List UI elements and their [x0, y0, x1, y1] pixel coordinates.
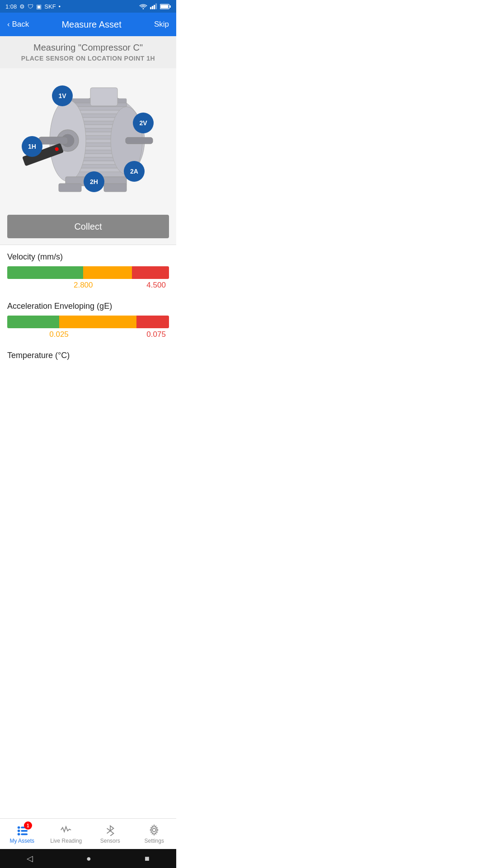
page-title: Measure Asset [61, 19, 121, 30]
settings-icon: ⚙ [19, 3, 25, 10]
shield-icon: 🛡 [28, 3, 33, 10]
badge-2v: 2V [133, 113, 154, 133]
wifi-icon [139, 3, 147, 9]
velocity-red [132, 266, 169, 279]
accel-red [136, 316, 169, 328]
svg-rect-1 [150, 7, 151, 9]
collect-button-area: Collect [0, 208, 176, 245]
motor-container: 1V 2V 1H 2H 2A [14, 73, 163, 208]
temp-label: Temperature (°C) [7, 351, 169, 360]
dot-indicator: • [59, 3, 61, 10]
badge-1v: 1V [52, 85, 73, 106]
header: ‹ Back Measure Asset Skip [0, 13, 176, 36]
sim-icon: ▣ [36, 3, 42, 10]
status-left: 1:08 ⚙ 🛡 ▣ SKF • [5, 3, 61, 10]
carrier: SKF [44, 3, 56, 10]
svg-rect-33 [38, 137, 68, 144]
velocity-threshold-red: 4.500 [146, 281, 166, 290]
sensor-instruction: PLACE SENSOR ON LOCATION POINT 1H [7, 55, 169, 62]
accel-threshold-orange: 0.025 [49, 330, 69, 339]
accel-label: Acceleration Enveloping (gE) [7, 302, 169, 311]
battery-icon [160, 4, 171, 9]
svg-rect-35 [126, 137, 153, 144]
svg-rect-36 [90, 88, 117, 106]
status-right [139, 3, 171, 9]
motor-diagram: 1V 2V 1H 2H 2A [0, 68, 176, 208]
svg-rect-4 [155, 4, 157, 9]
velocity-threshold-orange: 2.800 [74, 281, 93, 290]
svg-rect-2 [152, 6, 153, 9]
back-button[interactable]: ‹ Back [7, 20, 29, 29]
svg-rect-38 [59, 184, 81, 192]
badge-2a: 2A [124, 161, 145, 182]
accel-green [7, 316, 59, 328]
asset-name: Measuring "Compressor C" [7, 42, 169, 53]
velocity-metric: Velocity (mm/s) 2.800 4.500 [7, 252, 169, 292]
velocity-gauge [7, 266, 169, 279]
collect-button[interactable]: Collect [7, 215, 169, 238]
svg-rect-3 [154, 5, 155, 9]
temp-metric: Temperature (°C) [7, 351, 169, 360]
svg-rect-7 [160, 5, 168, 8]
badge-1h[interactable]: 1H [22, 136, 42, 157]
velocity-green [7, 266, 83, 279]
accel-metric: Acceleration Enveloping (gE) 0.025 0.075 [7, 302, 169, 342]
accel-threshold-red: 0.075 [146, 330, 166, 339]
velocity-label: Velocity (mm/s) [7, 252, 169, 262]
status-bar: 1:08 ⚙ 🛡 ▣ SKF • [0, 0, 176, 13]
accel-labels: 0.025 0.075 [7, 330, 169, 342]
badge-2h: 2H [84, 171, 104, 192]
svg-rect-6 [169, 5, 171, 7]
signal-icon [150, 3, 157, 9]
time: 1:08 [5, 3, 17, 10]
svg-rect-39 [104, 184, 127, 192]
subtitle-area: Measuring "Compressor C" PLACE SENSOR ON… [0, 36, 176, 68]
velocity-orange [83, 266, 131, 279]
skip-button[interactable]: Skip [154, 20, 169, 29]
svg-point-0 [143, 8, 144, 9]
metrics-area: Velocity (mm/s) 2.800 4.500 Acceleration… [0, 245, 176, 377]
accel-gauge [7, 316, 169, 328]
accel-orange [59, 316, 137, 328]
velocity-labels: 2.800 4.500 [7, 281, 169, 292]
